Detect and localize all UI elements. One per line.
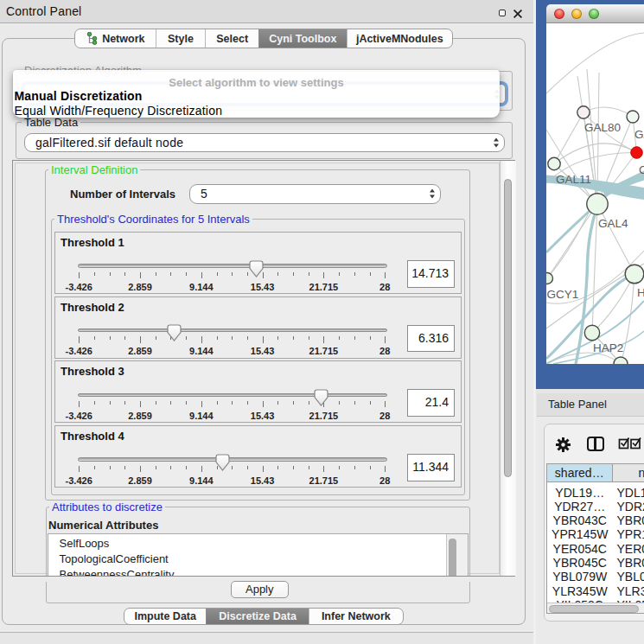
- svg-text:GAL80: GAL80: [584, 121, 621, 134]
- svg-text:HI: HI: [637, 286, 644, 299]
- svg-text:CO: CO: [639, 163, 644, 176]
- svg-text:HAP2: HAP2: [593, 341, 623, 354]
- svg-text:GA: GA: [634, 128, 644, 141]
- svg-text:GCY1: GCY1: [547, 288, 579, 301]
- svg-text:GAL11: GAL11: [556, 173, 591, 186]
- svg-text:GAL4: GAL4: [598, 217, 628, 230]
